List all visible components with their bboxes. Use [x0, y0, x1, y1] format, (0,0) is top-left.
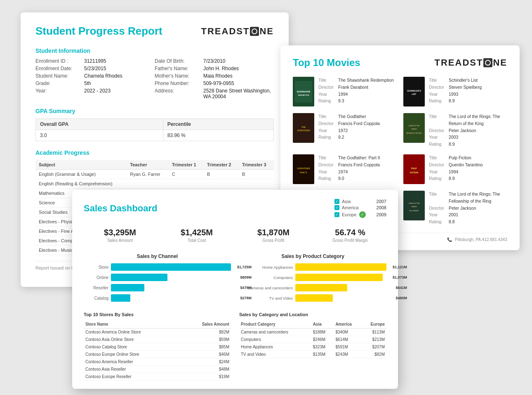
movie-item: SCHINDLER'SLIST TitleSchindler's List Di… [403, 77, 507, 106]
metric-label: Gross Profit Margin [315, 238, 385, 243]
bar-row-catalog: Catalog $278M [84, 294, 231, 302]
svg-text:PULP: PULP [411, 167, 417, 170]
treadstone-logo: TREADST NE [201, 26, 274, 37]
svg-text:LIST: LIST [412, 93, 417, 95]
bottom-tables: Top 10 Stores By Sales Store Name Sales … [84, 312, 386, 381]
movies-report-header: Top 10 Movies TREADST NE [293, 57, 507, 69]
metrics-row: $3,295M Sales Amount $1,425M Total Cost … [84, 225, 386, 246]
metric-value: $1,425M [162, 228, 231, 237]
bar-row-computers: Computers $1,073M [239, 274, 386, 281]
metric-margin: 56.74 % Gross Profit Margin [314, 225, 386, 246]
student-info-grid: Enrollment ID : 31211995 Date Of Birth: … [35, 58, 274, 99]
movie-info: TitleThe Lord of the Rings: The Fellowsh… [429, 191, 507, 225]
svg-text:FICTION: FICTION [410, 171, 418, 174]
table-row: Contoso Europe Reseller$19M [84, 373, 231, 381]
metric-total-cost: $1,425M Total Cost [160, 225, 233, 246]
svg-text:THE: THE [301, 126, 306, 128]
svg-text:SCHINDLER'S: SCHINDLER'S [407, 90, 421, 92]
table-row: Cameras and camcorders$188M$340M$113M [239, 329, 386, 336]
bar-fill: $460M [295, 294, 333, 302]
filter-europe: ✓ Europe ✓ 2009 [334, 211, 386, 218]
gpa-table: Overall GPA Percentile 3.0 83.96 % [35, 118, 274, 141]
logo-icon [250, 27, 259, 36]
metric-label: Total Cost [162, 238, 231, 243]
top-stores-table: Top 10 Stores By Sales Store Name Sales … [84, 312, 231, 381]
svg-text:LORD OF THE: LORD OF THE [408, 125, 419, 127]
movie-poster-pulp-fiction: PULPFICTION [403, 154, 425, 184]
svg-text:SHAWSHANK: SHAWSHANK [297, 90, 311, 93]
metric-value: $3,295M [85, 228, 155, 237]
metric-value: $1,870M [239, 228, 308, 237]
movie-item: GODFATHERPART II TitleThe Godfather: Par… [293, 154, 397, 184]
category-location-table: Sales by Category and Location Product C… [239, 312, 386, 381]
info-row: Father's Name: John H. Rhodes [155, 66, 274, 71]
bar-fill: $1,121M [295, 263, 386, 271]
movie-poster-lotr-fellowship: LORD OF THERINGSFELLOWSHIP [403, 191, 425, 220]
student-report-title: Student Progress Report [35, 25, 162, 38]
filters: ✓ Asia 2007 ✓ America 2008 ✓ Europe ✓ 20… [334, 199, 386, 218]
movie-item: PULPFICTION TitlePulp Fiction DirectorQu… [403, 154, 507, 184]
gpa-col-header: Overall GPA [36, 119, 163, 130]
movie-info: TitleSchindler's List DirectorSteven Spi… [429, 77, 482, 104]
bar-row-home: Home Appliances $1,121M [239, 263, 386, 271]
filter-america: ✓ America 2008 [334, 205, 386, 210]
bar-fill: $809M [111, 274, 167, 281]
table-row: Contoso America Reseller$24M [84, 358, 231, 366]
category-chart-title: Sales by Product Category [239, 253, 386, 259]
academic-progress-label: Academic Progress [35, 149, 274, 156]
info-row: Mother's Name: Maia Rhodes [155, 73, 274, 79]
info-row: Enrollment Date: 5/23/2015 [35, 66, 155, 71]
bar-row-online: Online $809M [84, 274, 231, 281]
movies-treadstone-logo: TREADST NE [435, 57, 507, 68]
bar-fill: $1,725M [111, 263, 231, 271]
table-row: Computers$246M$614M$213M [239, 336, 386, 343]
channel-chart-title: Sales by Channel [84, 253, 231, 259]
category-chart: Sales by Product Category Home Appliance… [239, 253, 386, 305]
info-row: Year: 2022 - 2023 [35, 88, 155, 99]
table-row: Home Appliances$323M$591M$207M [239, 343, 386, 351]
percentile-col-header: Percentile [163, 119, 273, 130]
top-stores-title: Top 10 Stores By Sales [84, 312, 231, 317]
movie-poster-shawshank: SHAWSHANKREDEMPTION [293, 77, 314, 106]
movie-info: TitleThe Shawshank Redemption DirectorFr… [318, 77, 394, 104]
charts-row: Sales by Channel Store $1,725M Online $8… [84, 253, 386, 305]
info-row: Student Name: Chamela Rhodes [35, 73, 155, 79]
table-row: TV and Video$135M$243M$82M [239, 351, 386, 358]
metric-value: 56.74 % [315, 228, 385, 237]
channel-chart: Sales by Channel Store $1,725M Online $8… [84, 253, 231, 305]
academic-row: English (Grammar & Usage) Ryan G. Farrer… [35, 170, 274, 179]
movies-report-title: Top 10 Movies [293, 57, 360, 69]
movie-info: TitleThe Godfather: Part II DirectorFran… [318, 154, 380, 182]
filter-checkbox-europe[interactable]: ✓ [334, 212, 339, 217]
movie-info: TitlePulp Fiction DirectorQuentin Tarant… [429, 154, 483, 182]
movie-poster-schindler: SCHINDLER'SLIST [403, 77, 425, 106]
bar-row-cameras: Cameras and camcorders $641M [239, 284, 386, 291]
info-row: Address: 2528 Dane Street Washington, WA… [155, 88, 274, 99]
report-header: Student Progress Report TREADST NE [35, 25, 274, 38]
academic-row: English (Reading & Comprehension) [35, 179, 274, 189]
filter-checkbox-america[interactable]: ✓ [334, 205, 339, 210]
table-row: Contoso America Online Store$82M [84, 329, 231, 336]
stores-data-table: Store Name Sales Amount Contoso America … [84, 320, 231, 381]
movie-item: LORD OF THERINGSRETURN OF THE KING Title… [403, 113, 507, 148]
bar-fill: $641M [295, 284, 347, 291]
gpa-row: 3.0 83.96 % [36, 130, 274, 141]
table-row: Contoso Europe Online Store$46M [84, 351, 231, 358]
movie-poster-godfather: THEGODFATHER [293, 113, 314, 143]
filter-checkbox-asia[interactable]: ✓ [334, 199, 339, 204]
info-row: Enrollment ID : 31211995 [35, 58, 155, 64]
bar-fill: $478M [111, 284, 144, 291]
filter-asia: ✓ Asia 2007 [334, 199, 386, 204]
bar-row-tv: TV and Video $460M [239, 294, 386, 302]
category-bar-chart: Home Appliances $1,121M Computers $1,073… [239, 263, 386, 302]
bar-fill: $1,073M [295, 274, 383, 281]
gpa-label: GPA Summary [35, 108, 274, 114]
table-row: Contoso Asia Online Store$59M [84, 336, 231, 343]
svg-text:RINGS: RINGS [412, 128, 417, 130]
table-row: Contoso Asia Reseller$48M [84, 366, 231, 373]
movie-item: SHAWSHANKREDEMPTION TitleThe Shawshank R… [293, 77, 397, 106]
sales-dashboard: Sales Dashboard ✓ Asia 2007 ✓ America 20… [72, 190, 398, 389]
sales-dash-header: Sales Dashboard ✓ Asia 2007 ✓ America 20… [84, 199, 386, 218]
svg-text:PART II: PART II [300, 171, 307, 174]
metric-label: Sales Amount [85, 238, 155, 243]
